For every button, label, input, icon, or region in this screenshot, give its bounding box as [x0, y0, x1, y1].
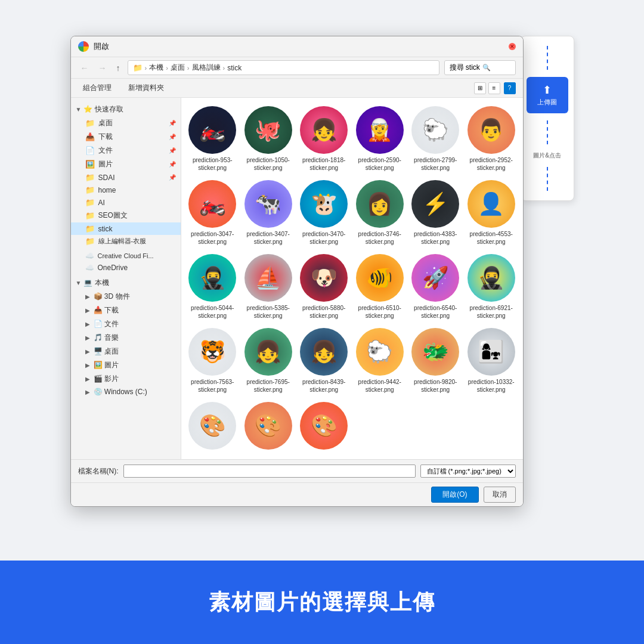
list-item[interactable]: 🐠prediction-6510- sticker.png — [353, 250, 407, 322]
list-item[interactable]: 🐑prediction-9442- sticker.png — [353, 324, 407, 396]
forward-button[interactable]: → — [96, 62, 109, 74]
list-item[interactable]: 👧prediction-7695- sticker.png — [242, 324, 295, 396]
file-thumbnail: 👤 — [467, 180, 515, 228]
list-item[interactable]: 🐲prediction-9820- sticker.png — [409, 324, 463, 396]
sidebar-item-docs[interactable]: 📄 文件 📌 — [71, 144, 181, 157]
new-folder-button[interactable]: 新增資料夾 — [123, 81, 169, 95]
list-item[interactable]: 🐙prediction-1050- sticker.png — [242, 103, 295, 174]
file-thumbnail: 🥷 — [188, 254, 236, 302]
upload-button[interactable]: ⬆ 上傳圖 — [527, 77, 568, 113]
file-name: prediction-953- sticker.png — [193, 156, 233, 172]
list-item[interactable]: 🎨 — [186, 398, 240, 454]
quickaccess-section: ▼ ⭐ 快速存取 📁 桌面 📌 📥 下載 📌 — [71, 103, 181, 247]
list-item[interactable]: 🧝prediction-2590- sticker.png — [353, 103, 407, 174]
search-bar[interactable]: 搜尋 stick 🔍 — [444, 60, 516, 75]
pc-header[interactable]: ▼ 💻 本機 — [71, 276, 181, 290]
sidebar-item-editor[interactable]: 📁 線上編輯器-衣服 — [71, 235, 181, 247]
sidebar-item-creative-cloud[interactable]: ☁️ Creative Cloud Fi... — [71, 250, 181, 262]
dialog-toolbar: ← → ↑ 📁 › 本機 › 桌面 › 風格訓練 › stick 搜尋 stic… — [71, 57, 523, 79]
sidebar-item-seo[interactable]: 📁 SEO圖文 — [71, 209, 181, 222]
view-detail-button[interactable]: ≡ — [488, 82, 500, 94]
sidebar-item-download[interactable]: 📥 下載 📌 — [71, 130, 181, 144]
chevron-right-icon: ▶ — [85, 335, 90, 341]
list-item[interactable]: 🏍️prediction-3047- sticker.png — [186, 177, 240, 248]
list-item[interactable]: 👩‍👧prediction-10332- sticker.png — [465, 324, 518, 396]
sidebar-item-images[interactable]: 🖼️ 圖片 📌 — [71, 157, 181, 171]
list-item[interactable]: 👩prediction-3746- sticker.png — [353, 177, 407, 248]
list-item[interactable]: 🐮prediction-3470- sticker.png — [298, 177, 351, 248]
view-grid-button[interactable]: ⊞ — [474, 82, 486, 94]
banner-text: 素材圖片的選擇與上傳 — [209, 588, 435, 617]
list-item[interactable]: 👤prediction-4553- sticker.png — [465, 177, 518, 248]
folder-icon: 📄 — [85, 146, 95, 155]
list-item[interactable]: ⚡prediction-4383- sticker.png — [409, 177, 463, 248]
pin-icon: 📌 — [169, 161, 176, 168]
sidebar-item-onedrive[interactable]: ☁️ OneDrive — [71, 262, 181, 274]
sidebar-item-video[interactable]: ▶ 🎬 影片 — [71, 372, 181, 386]
list-item[interactable]: 🐑prediction-2799- sticker.png — [409, 103, 463, 174]
right-panel: ⬆ 上傳圖 圖片&点击 — [521, 36, 574, 201]
folder-icon: 🖼️ — [85, 160, 95, 169]
view-icons: ⊞ ≡ — [474, 82, 500, 94]
address-part-stick: stick — [227, 64, 242, 72]
file-name: prediction-3746- sticker.png — [358, 230, 401, 246]
file-name: prediction-2590- sticker.png — [358, 156, 401, 172]
sidebar-item-label: 📄 文件 — [94, 319, 119, 329]
pin-icon: 📌 — [169, 134, 176, 140]
open-button[interactable]: 開啟(O) — [431, 487, 478, 503]
dialog-titlebar: 開啟 ✕ — [71, 36, 523, 57]
chevron-right-icon: ▶ — [85, 362, 90, 369]
file-name: prediction-4383- sticker.png — [414, 230, 457, 246]
address-bar[interactable]: 📁 › 本機 › 桌面 › 風格訓練 › stick — [128, 60, 439, 75]
file-grid-area[interactable]: 🏍️prediction-953- sticker.png🐙prediction… — [181, 98, 523, 459]
file-thumbnail: ⚡ — [411, 180, 459, 228]
up-button[interactable]: ↑ — [114, 62, 123, 74]
list-item[interactable]: 👧prediction-1818- sticker.png — [298, 103, 351, 174]
file-name: prediction-5880- sticker.png — [302, 304, 345, 320]
sidebar-item-desktop[interactable]: 📁 桌面 📌 — [71, 116, 181, 130]
cancel-button[interactable]: 取消 — [484, 487, 516, 503]
sidebar-item-pic[interactable]: ▶ 🖼️ 圖片 — [71, 358, 181, 372]
list-item[interactable]: ⛵prediction-5385- sticker.png — [242, 250, 295, 322]
filetype-select[interactable]: 自訂檔 (*.png;*.jpg;*.jpeg) — [420, 465, 516, 478]
pc-label: 💻 本機 — [83, 278, 109, 288]
sidebar-item-label: AI — [98, 199, 105, 207]
sidebar-item-3d[interactable]: ▶ 📦 3D 物件 — [71, 290, 181, 304]
sidebar-item-windows[interactable]: ▶ 💿 Windows (C:) — [71, 386, 181, 398]
sidebar-item-label: 文件 — [98, 145, 113, 156]
quickaccess-header[interactable]: ▼ ⭐ 快速存取 — [71, 103, 181, 116]
list-item[interactable]: 🐯prediction-7563- sticker.png — [186, 324, 240, 396]
sidebar-item-sdai[interactable]: 📁 SDAI 📌 — [71, 171, 181, 184]
file-name: prediction-6921- sticker.png — [470, 304, 513, 320]
file-name: prediction-7563- sticker.png — [191, 378, 234, 394]
list-item[interactable]: 🐄prediction-3407- sticker.png — [242, 177, 295, 248]
sidebar-item-dl[interactable]: ▶ 📥 下載 — [71, 304, 181, 317]
sidebar-item-ai[interactable]: 📁 AI — [71, 196, 181, 209]
dashed-line-mid — [547, 120, 548, 144]
file-name: prediction-3407- sticker.png — [247, 230, 290, 246]
list-item[interactable]: 🎨 — [242, 398, 295, 454]
organize-button[interactable]: 組合管理 — [78, 81, 116, 95]
list-item[interactable]: 🐶prediction-5880- sticker.png — [298, 250, 351, 322]
filename-input[interactable] — [123, 465, 416, 478]
list-item[interactable]: 🥷prediction-5044- sticker.png — [186, 250, 240, 322]
sidebar-item-doc[interactable]: ▶ 📄 文件 — [71, 317, 181, 331]
list-item[interactable]: 👨prediction-2952- sticker.png — [465, 103, 518, 174]
file-thumbnail: 🐯 — [188, 328, 236, 376]
close-button[interactable]: ✕ — [509, 43, 516, 50]
sidebar-item-stick[interactable]: 📁 stick — [71, 222, 181, 235]
back-button[interactable]: ← — [78, 62, 91, 74]
list-item[interactable]: 👧prediction-8439- sticker.png — [298, 324, 351, 396]
help-button[interactable]: ? — [504, 82, 516, 94]
sidebar-item-music[interactable]: ▶ 🎵 音樂 — [71, 331, 181, 345]
list-item[interactable]: 🚀prediction-6540- sticker.png — [409, 250, 463, 322]
list-item[interactable]: 🏍️prediction-953- sticker.png — [186, 103, 240, 174]
sidebar-item-desk[interactable]: ▶ 🖥️ 桌面 — [71, 345, 181, 358]
list-item[interactable]: 🎨 — [298, 398, 351, 454]
sidebar-item-label: 線上編輯器-衣服 — [98, 237, 147, 246]
dialog-action-buttons: 開啟(O) 取消 — [71, 482, 523, 506]
list-item[interactable]: 🥷prediction-6921- sticker.png — [465, 250, 518, 322]
sidebar-item-home[interactable]: 📁 home — [71, 184, 181, 196]
file-thumbnail: 👧 — [300, 328, 348, 376]
file-name: prediction-1050- sticker.png — [247, 156, 290, 172]
